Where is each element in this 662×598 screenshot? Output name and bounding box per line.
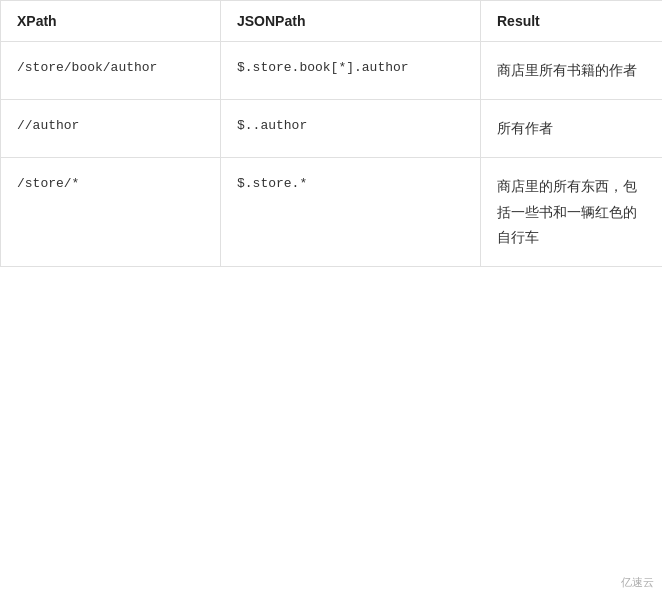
comparison-table: XPath JSONPath Result /store/book/author… bbox=[0, 0, 662, 267]
header-xpath: XPath bbox=[1, 1, 221, 42]
table-row: /store/book/author$.store.book[*].author… bbox=[1, 42, 663, 100]
watermark: 亿速云 bbox=[621, 575, 654, 590]
table-header-row: XPath JSONPath Result bbox=[1, 1, 663, 42]
cell-xpath: /store/book/author bbox=[1, 42, 221, 100]
cell-jsonpath: $..author bbox=[221, 100, 481, 158]
table-row: /store/*$.store.*商店里的所有东西，包括一些书和一辆红色的自行车 bbox=[1, 158, 663, 267]
cell-jsonpath: $.store.* bbox=[221, 158, 481, 267]
main-container: XPath JSONPath Result /store/book/author… bbox=[0, 0, 662, 598]
cell-jsonpath: $.store.book[*].author bbox=[221, 42, 481, 100]
cell-result: 所有作者 bbox=[481, 100, 663, 158]
cell-result: 商店里所有书籍的作者 bbox=[481, 42, 663, 100]
header-result: Result bbox=[481, 1, 663, 42]
header-jsonpath: JSONPath bbox=[221, 1, 481, 42]
table-row: //author$..author所有作者 bbox=[1, 100, 663, 158]
cell-xpath: //author bbox=[1, 100, 221, 158]
cell-xpath: /store/* bbox=[1, 158, 221, 267]
cell-result: 商店里的所有东西，包括一些书和一辆红色的自行车 bbox=[481, 158, 663, 267]
